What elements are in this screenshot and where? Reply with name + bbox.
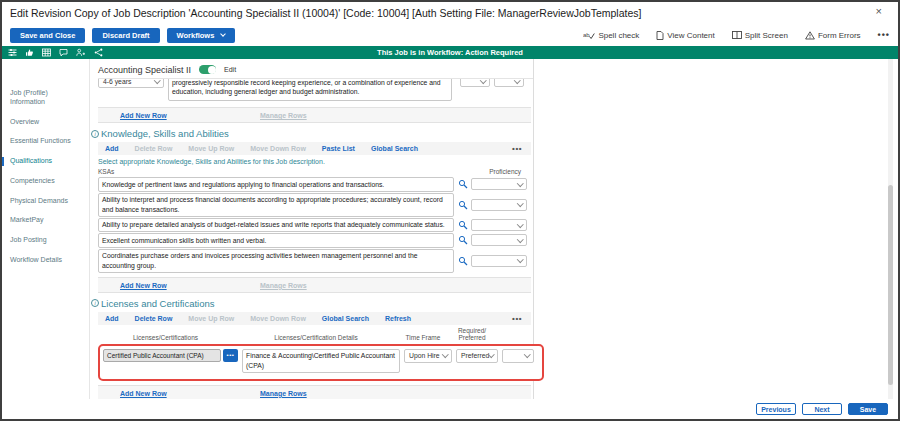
- tool-form-errors[interactable]: Form Errors: [805, 31, 861, 40]
- sidebar-item-job-posting[interactable]: Job Posting: [2, 236, 89, 245]
- sidebar-item-marketpay[interactable]: MarketPay: [2, 216, 89, 225]
- toolbar-move-up-row: Move Up Row: [188, 145, 234, 152]
- action-bar-tools: abSpell checkView ContentSplit ScreenFor…: [583, 30, 890, 40]
- grid-icon[interactable]: [42, 48, 51, 57]
- toolbar-refresh[interactable]: Refresh: [385, 315, 411, 322]
- ksa-textarea[interactable]: Coordinates purchase orders and invoices…: [98, 249, 454, 273]
- licenses-section-title: Licenses and Certifications: [101, 298, 215, 309]
- ksa-row-footer: Add New Row Manage Rows: [98, 277, 531, 293]
- ksa-textarea[interactable]: Ability to prepare detailed analysis of …: [98, 218, 454, 233]
- license-details-textarea[interactable]: Finance & Accounting\Certified Public Ac…: [242, 349, 400, 373]
- add-new-row-link[interactable]: Add New Row: [120, 282, 167, 289]
- workflows-button[interactable]: Workflows: [167, 28, 236, 43]
- search-icon[interactable]: [458, 179, 468, 189]
- sidebar-item-workflow-details[interactable]: Workflow Details: [2, 256, 89, 265]
- licenses-toolbar: AddDelete RowMove Up RowMove Down RowGlo…: [98, 312, 531, 325]
- more-options-icon[interactable]: •••: [512, 314, 522, 323]
- search-icon[interactable]: [458, 256, 468, 266]
- license-cert-group: Certified Public Accountant (CPA) •••: [103, 349, 238, 362]
- ksa-instruction: Select appropriate Knowledge, Skills and…: [98, 158, 533, 165]
- toolbar-global-search[interactable]: Global Search: [371, 145, 418, 152]
- next-button[interactable]: Next: [802, 403, 842, 415]
- add-new-row-link[interactable]: Add New Row: [120, 112, 167, 119]
- license-row-highlighted: Certified Public Accountant (CPA) ••• Fi…: [98, 344, 544, 381]
- info-icon[interactable]: i: [91, 299, 99, 307]
- body: Job (Profile) InformationOverviewEssenti…: [2, 59, 898, 399]
- sidebar-item-essential-functions[interactable]: Essential Functions: [2, 137, 89, 146]
- sliders-icon[interactable]: [8, 48, 17, 57]
- license-extra-select[interactable]: [502, 349, 534, 363]
- experience-years-select[interactable]: 4-6 years: [98, 78, 164, 88]
- app-window: Edit Revision Copy of Job Description 'A…: [0, 0, 900, 421]
- share-icon[interactable]: [94, 48, 103, 57]
- required-preferred-select[interactable]: Preferred: [456, 349, 498, 363]
- proficiency-select[interactable]: [471, 199, 527, 211]
- discard-draft-button[interactable]: Discard Draft: [92, 28, 159, 43]
- view-content-icon: [656, 31, 664, 40]
- ksa-row: Ability to interpret and process financi…: [98, 193, 533, 217]
- ksa-textarea[interactable]: Excellent communication skills both writ…: [98, 233, 454, 248]
- proficiency-select[interactable]: [471, 255, 527, 267]
- previous-button[interactable]: Previous: [756, 403, 796, 415]
- experience-extra-select-2[interactable]: [494, 78, 524, 87]
- sidebar-item-competencies[interactable]: Competencies: [2, 177, 89, 186]
- comment-icon[interactable]: [59, 48, 68, 57]
- ksa-column-right: Proficiency: [489, 168, 521, 175]
- edit-toggle-label: Edit: [224, 66, 236, 73]
- save-button[interactable]: Save: [848, 403, 888, 415]
- info-icon[interactable]: i: [91, 130, 99, 138]
- edit-toggle[interactable]: [199, 65, 216, 74]
- chevron-down-icon: [221, 31, 227, 37]
- split-screen-icon: [732, 31, 742, 39]
- vertical-scrollbar[interactable]: [888, 59, 893, 399]
- toolbar-add[interactable]: Add: [105, 315, 119, 322]
- thumbs-up-icon[interactable]: [25, 48, 34, 57]
- proficiency-select[interactable]: [471, 234, 527, 246]
- licenses-section-header: i Licenses and Certifications: [91, 298, 533, 309]
- time-frame-select[interactable]: Upon Hire: [404, 349, 452, 363]
- toolbar-paste-list[interactable]: Paste List: [322, 145, 355, 152]
- sidebar-item-physical-demands[interactable]: Physical Demands: [2, 197, 89, 206]
- column-header-licenses-certification-details: Licenses/Certification Details: [237, 334, 395, 341]
- workflows-label: Workflows: [177, 31, 215, 40]
- search-icon[interactable]: [458, 220, 468, 230]
- person-add-icon[interactable]: [76, 48, 86, 57]
- tool-view-content[interactable]: View Content: [656, 31, 714, 40]
- proficiency-select[interactable]: [471, 178, 527, 190]
- licenses-column-headers: Licenses/CertificationsLicenses/Certific…: [98, 327, 533, 342]
- tool-spell-check[interactable]: abSpell check: [583, 31, 639, 40]
- lookup-dots-button[interactable]: •••: [223, 349, 238, 362]
- toolbar-move-up-row: Move Up Row: [188, 315, 234, 322]
- ksa-textarea[interactable]: Knowledge of pertinent laws and regulati…: [98, 177, 454, 192]
- ksa-textarea[interactable]: Ability to interpret and process financi…: [98, 193, 454, 217]
- search-icon[interactable]: [458, 200, 468, 210]
- proficiency-select[interactable]: [471, 219, 527, 231]
- action-bar: Save and Close Discard Draft Workflows a…: [2, 24, 898, 46]
- search-icon[interactable]: [458, 235, 468, 245]
- sidebar-item-job-profile-information[interactable]: Job (Profile) Information: [2, 89, 89, 107]
- more-options-icon[interactable]: •••: [878, 30, 890, 40]
- toolbar-add[interactable]: Add: [105, 145, 119, 152]
- ksa-toolbar: AddDelete RowMove Up RowMove Down RowPas…: [98, 142, 531, 155]
- licenses-row-footer: Add New Row Manage Rows: [98, 385, 531, 399]
- scrollbar-thumb[interactable]: [888, 185, 893, 385]
- toolbar-global-search[interactable]: Global Search: [322, 315, 369, 322]
- experience-description-textarea[interactable]: progressively responsible record keeping…: [168, 78, 452, 101]
- workflow-status-message: This Job is in Workflow: Action Required: [2, 48, 898, 57]
- close-icon[interactable]: ×: [876, 5, 882, 17]
- toolbar-delete-row[interactable]: Delete Row: [135, 315, 173, 322]
- form-errors-icon: [805, 31, 815, 40]
- sidebar-item-qualifications[interactable]: Qualifications: [2, 157, 89, 166]
- license-certification-input[interactable]: Certified Public Accountant (CPA): [103, 349, 221, 362]
- ksa-row: Coordinates purchase orders and invoices…: [98, 249, 533, 273]
- manage-rows-link[interactable]: Manage Rows: [260, 390, 307, 397]
- sidebar-item-overview[interactable]: Overview: [2, 118, 89, 127]
- experience-extra-select-1[interactable]: [460, 78, 490, 87]
- tool-split-screen[interactable]: Split Screen: [732, 31, 788, 40]
- add-new-row-link[interactable]: Add New Row: [120, 390, 167, 397]
- more-options-icon[interactable]: •••: [512, 144, 522, 153]
- save-and-close-button[interactable]: Save and Close: [10, 28, 85, 43]
- main-panel: Accounting Specialist II Edit 4-6 years …: [90, 59, 534, 399]
- content-header: Accounting Specialist II Edit: [98, 63, 533, 76]
- toolbar-delete-row: Delete Row: [135, 145, 173, 152]
